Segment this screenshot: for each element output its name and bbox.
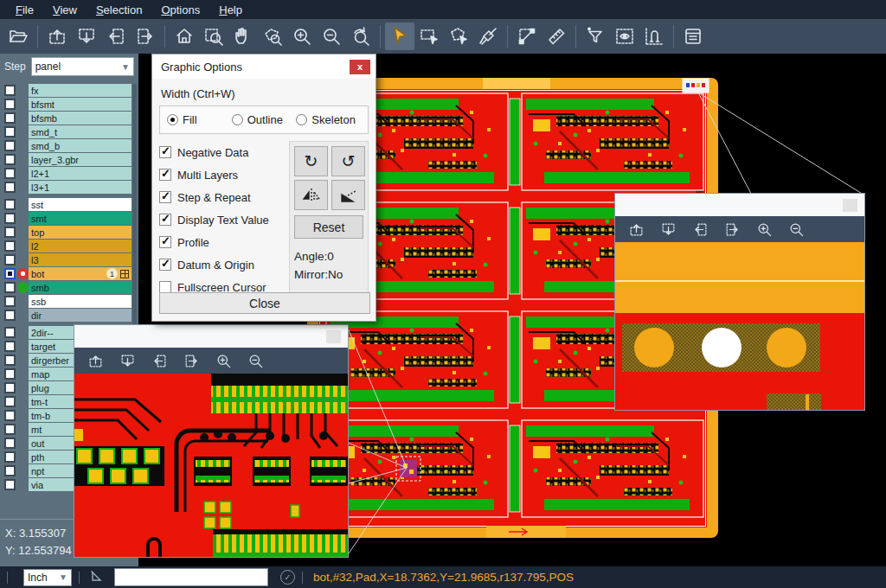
zoom-in-button[interactable] bbox=[748, 218, 780, 240]
layer-label[interactable]: bfsmt bbox=[29, 98, 132, 111]
layer-label[interactable]: ssb bbox=[29, 295, 132, 308]
pan-right-button[interactable] bbox=[176, 349, 208, 372]
layer-checkbox[interactable] bbox=[4, 227, 16, 238]
zoom-window-button[interactable] bbox=[199, 22, 228, 50]
layer-checkbox[interactable] bbox=[4, 396, 16, 407]
menu-item[interactable]: View bbox=[44, 2, 86, 18]
unit-select[interactable]: Inch ▼ bbox=[23, 569, 72, 586]
mirror-horizontal-button[interactable] bbox=[294, 180, 328, 210]
rotate-ccw-button[interactable]: ↺ bbox=[331, 146, 365, 176]
pan-left-button[interactable] bbox=[144, 349, 176, 372]
layer-checkbox[interactable] bbox=[4, 451, 16, 463]
layer-checkbox[interactable] bbox=[4, 465, 16, 476]
layer-row[interactable]: bot 1 bbox=[0, 267, 138, 280]
pan-down-button[interactable] bbox=[112, 349, 144, 372]
layer-checkbox[interactable] bbox=[4, 140, 16, 151]
dialog-title-bar[interactable]: Graphic Options x bbox=[152, 54, 376, 79]
layer-checkbox[interactable] bbox=[4, 240, 16, 252]
step-select[interactable]: panel ▼ bbox=[31, 57, 134, 76]
dialog-close-button[interactable]: x bbox=[350, 60, 370, 74]
layer-label[interactable]: bot 1 bbox=[29, 267, 132, 280]
layer-checkbox[interactable] bbox=[4, 168, 16, 179]
popup-close-button[interactable] bbox=[843, 199, 857, 212]
layer-label[interactable]: smd_b bbox=[29, 139, 132, 152]
pan-up-button[interactable] bbox=[42, 22, 72, 50]
menu-item[interactable]: Help bbox=[210, 2, 251, 18]
reset-button[interactable]: Reset bbox=[294, 215, 363, 239]
rect-select-button[interactable] bbox=[414, 22, 444, 50]
view-options-button[interactable] bbox=[610, 22, 639, 50]
sync-check-icon[interactable]: ✓ bbox=[280, 570, 295, 585]
layer-label[interactable]: smd_t bbox=[29, 125, 132, 138]
layer-label[interactable]: smt bbox=[29, 212, 132, 225]
zoom-in-button[interactable] bbox=[287, 22, 317, 50]
layer-row[interactable]: dir bbox=[0, 309, 138, 322]
pan-right-button[interactable] bbox=[716, 218, 748, 240]
layer-row[interactable]: bfsmt bbox=[0, 98, 138, 111]
layers-panel-button[interactable] bbox=[678, 22, 708, 50]
radio-dot[interactable] bbox=[296, 114, 307, 125]
display-checkbox[interactable]: Datum & Origin bbox=[159, 253, 289, 276]
layer-row[interactable]: l3 bbox=[0, 253, 138, 266]
layer-label[interactable]: l2 bbox=[29, 240, 132, 252]
layer-row[interactable]: l2+1 bbox=[0, 167, 138, 180]
popup-title-bar[interactable] bbox=[615, 194, 864, 216]
layer-checkbox[interactable] bbox=[4, 254, 16, 265]
open-folder-button[interactable] bbox=[3, 22, 33, 50]
layer-checkbox[interactable] bbox=[4, 85, 16, 96]
zoom-popup-left[interactable] bbox=[74, 324, 349, 558]
layer-row[interactable]: smd_b bbox=[0, 139, 138, 152]
width-radio[interactable]: Outline bbox=[232, 113, 297, 126]
popup-close-button[interactable] bbox=[326, 330, 341, 343]
popup-zoom-view[interactable] bbox=[615, 242, 864, 410]
layer-label[interactable]: l3+1 bbox=[29, 181, 132, 194]
layer-row[interactable]: sst bbox=[0, 198, 138, 211]
menu-item[interactable]: Options bbox=[152, 2, 209, 18]
pan-left-button[interactable] bbox=[684, 218, 716, 240]
popup-title-bar[interactable] bbox=[74, 325, 348, 348]
popup-zoom-view[interactable] bbox=[74, 374, 348, 557]
layer-checkbox[interactable] bbox=[4, 182, 16, 193]
checkbox-box[interactable] bbox=[159, 236, 171, 248]
pan-left-button[interactable] bbox=[101, 22, 131, 50]
menu-item[interactable]: File bbox=[7, 2, 42, 18]
layer-label[interactable]: top bbox=[29, 226, 132, 239]
layer-checkbox[interactable] bbox=[4, 368, 16, 380]
checkbox-box[interactable] bbox=[159, 169, 171, 181]
select-cursor-button[interactable] bbox=[385, 22, 414, 50]
layer-checkbox[interactable] bbox=[4, 199, 16, 210]
zoom-popup-right[interactable] bbox=[614, 193, 865, 411]
layer-checkbox[interactable] bbox=[4, 268, 16, 279]
layer-checkbox[interactable] bbox=[4, 410, 16, 421]
layer-checkbox[interactable] bbox=[4, 327, 16, 338]
layer-checkbox[interactable] bbox=[4, 382, 16, 393]
layer-checkbox[interactable] bbox=[4, 424, 16, 435]
checkbox-box[interactable] bbox=[159, 259, 171, 271]
layer-row[interactable]: top bbox=[0, 226, 138, 239]
width-radio[interactable]: Skeleton bbox=[296, 113, 361, 126]
pan-down-button[interactable] bbox=[72, 22, 101, 50]
layer-checkbox[interactable] bbox=[4, 154, 16, 165]
layer-checkbox[interactable] bbox=[4, 213, 16, 224]
layer-row[interactable]: fx bbox=[0, 84, 138, 97]
width-radio[interactable]: Fill bbox=[167, 113, 232, 126]
layer-row[interactable]: smb bbox=[0, 281, 138, 294]
zoom-previous-button[interactable] bbox=[346, 22, 376, 50]
zoom-out-button[interactable] bbox=[317, 22, 346, 50]
command-input[interactable] bbox=[114, 568, 268, 586]
home-view-button[interactable] bbox=[170, 22, 199, 50]
layer-label[interactable]: bfsmb bbox=[29, 112, 132, 125]
pan-right-button[interactable] bbox=[131, 22, 160, 50]
layer-checkbox[interactable] bbox=[4, 438, 16, 449]
layer-row[interactable]: layer_3.gbr bbox=[0, 153, 138, 166]
display-checkbox[interactable]: Display Text Value bbox=[159, 208, 289, 231]
layer-label[interactable]: fx bbox=[29, 84, 132, 97]
zoom-out-button[interactable] bbox=[780, 218, 812, 240]
layer-checkbox[interactable] bbox=[4, 99, 16, 110]
display-checkbox[interactable]: Negative Data bbox=[159, 141, 289, 163]
layer-checkbox[interactable] bbox=[4, 355, 16, 366]
rotate-cw-button[interactable]: ↻ bbox=[294, 146, 328, 176]
zoom-out-button[interactable] bbox=[240, 349, 272, 372]
zoom-object-button[interactable] bbox=[258, 22, 287, 50]
layer-checkbox[interactable] bbox=[4, 112, 16, 124]
